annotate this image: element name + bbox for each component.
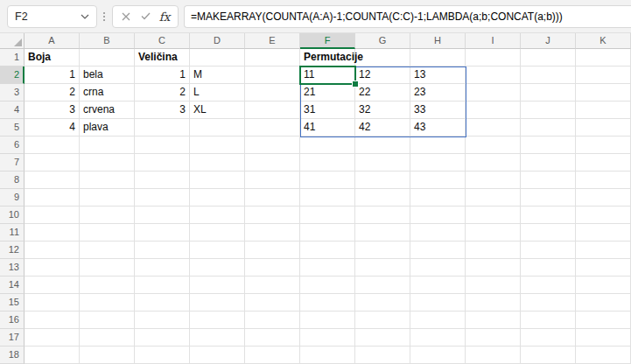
row-header-2[interactable]: 2 bbox=[0, 66, 25, 84]
cell-B13[interactable] bbox=[80, 259, 135, 276]
cell-E8[interactable] bbox=[245, 172, 300, 189]
cell-K4[interactable] bbox=[576, 102, 631, 119]
row-header-7[interactable]: 7 bbox=[0, 154, 25, 172]
cell-B17[interactable] bbox=[80, 329, 135, 346]
column-header-A[interactable]: A bbox=[25, 33, 80, 49]
cell-J7[interactable] bbox=[521, 154, 576, 172]
cell-F8[interactable] bbox=[300, 172, 355, 189]
cell-G12[interactable] bbox=[355, 242, 410, 259]
cell-G16[interactable] bbox=[355, 312, 410, 329]
column-header-H[interactable]: H bbox=[410, 33, 466, 49]
cell-B6[interactable] bbox=[80, 136, 135, 154]
cell-G10[interactable] bbox=[355, 206, 410, 224]
cell-I1[interactable] bbox=[466, 49, 521, 66]
cell-F14[interactable] bbox=[300, 276, 355, 294]
cell-J17[interactable] bbox=[521, 329, 576, 346]
cell-J11[interactable] bbox=[521, 224, 576, 242]
cell-E14[interactable] bbox=[245, 276, 300, 294]
cell-J3[interactable] bbox=[521, 84, 576, 102]
cell-H10[interactable] bbox=[410, 206, 466, 224]
cell-K2[interactable] bbox=[576, 66, 631, 84]
row-header-12[interactable]: 12 bbox=[0, 242, 25, 259]
cell-D7[interactable] bbox=[190, 154, 245, 172]
cell-A8[interactable] bbox=[25, 172, 80, 189]
cell-C16[interactable] bbox=[135, 312, 190, 329]
cell-G17[interactable] bbox=[355, 329, 410, 346]
cell-F17[interactable] bbox=[300, 329, 355, 346]
cell-G13[interactable] bbox=[355, 259, 410, 276]
cell-B5[interactable]: plava bbox=[80, 119, 135, 136]
cell-A15[interactable] bbox=[25, 294, 80, 312]
cell-G14[interactable] bbox=[355, 276, 410, 294]
cell-A5[interactable]: 4 bbox=[25, 119, 80, 136]
cell-E4[interactable] bbox=[245, 102, 300, 119]
cell-I5[interactable] bbox=[466, 119, 521, 136]
cell-A2[interactable]: 1 bbox=[25, 66, 80, 84]
row-header-9[interactable]: 9 bbox=[0, 189, 25, 206]
cell-I9[interactable] bbox=[466, 189, 521, 206]
name-box[interactable]: F2 bbox=[7, 5, 97, 28]
cell-A17[interactable] bbox=[25, 329, 80, 346]
cell-K13[interactable] bbox=[576, 259, 631, 276]
cell-I7[interactable] bbox=[466, 154, 521, 172]
cell-I14[interactable] bbox=[466, 276, 521, 294]
cell-B9[interactable] bbox=[80, 189, 135, 206]
cell-C2[interactable]: 1 bbox=[135, 66, 190, 84]
cell-G15[interactable] bbox=[355, 294, 410, 312]
cell-D18[interactable] bbox=[190, 346, 245, 364]
formula-input[interactable]: =MAKEARRAY(COUNTA(A:A)-1;COUNTA(C:C)-1;L… bbox=[184, 5, 631, 28]
cell-B11[interactable] bbox=[80, 224, 135, 242]
cell-G7[interactable] bbox=[355, 154, 410, 172]
cell-D14[interactable] bbox=[190, 276, 245, 294]
cell-C4[interactable]: 3 bbox=[135, 102, 190, 119]
cell-C12[interactable] bbox=[135, 242, 190, 259]
cancel-icon[interactable] bbox=[116, 6, 136, 27]
cell-J14[interactable] bbox=[521, 276, 576, 294]
cell-A14[interactable] bbox=[25, 276, 80, 294]
cell-E9[interactable] bbox=[245, 189, 300, 206]
cell-E16[interactable] bbox=[245, 312, 300, 329]
row-header-16[interactable]: 16 bbox=[0, 312, 25, 329]
cell-B7[interactable] bbox=[80, 154, 135, 172]
cell-E17[interactable] bbox=[245, 329, 300, 346]
cell-F12[interactable] bbox=[300, 242, 355, 259]
cell-G8[interactable] bbox=[355, 172, 410, 189]
chevron-down-icon[interactable] bbox=[81, 14, 89, 19]
cell-H9[interactable] bbox=[410, 189, 466, 206]
cell-B18[interactable] bbox=[80, 346, 135, 364]
cell-H15[interactable] bbox=[410, 294, 466, 312]
cell-F6[interactable] bbox=[300, 136, 355, 154]
row-header-13[interactable]: 13 bbox=[0, 259, 25, 276]
cell-J4[interactable] bbox=[521, 102, 576, 119]
cell-A3[interactable]: 2 bbox=[25, 84, 80, 102]
cell-E3[interactable] bbox=[245, 84, 300, 102]
column-header-K[interactable]: K bbox=[576, 33, 631, 49]
cell-D16[interactable] bbox=[190, 312, 245, 329]
cell-H14[interactable] bbox=[410, 276, 466, 294]
column-header-J[interactable]: J bbox=[521, 33, 576, 49]
cell-J2[interactable] bbox=[521, 66, 576, 84]
cell-G2[interactable]: 12 bbox=[355, 66, 410, 84]
row-header-10[interactable]: 10 bbox=[0, 206, 25, 224]
cell-D2[interactable]: M bbox=[190, 66, 245, 84]
cell-F15[interactable] bbox=[300, 294, 355, 312]
cell-E1[interactable] bbox=[245, 49, 300, 66]
cell-G3[interactable]: 22 bbox=[355, 84, 410, 102]
row-header-15[interactable]: 15 bbox=[0, 294, 25, 312]
cell-C17[interactable] bbox=[135, 329, 190, 346]
cell-C15[interactable] bbox=[135, 294, 190, 312]
cell-I4[interactable] bbox=[466, 102, 521, 119]
select-all-button[interactable] bbox=[0, 33, 25, 49]
cell-G18[interactable] bbox=[355, 346, 410, 364]
cell-B8[interactable] bbox=[80, 172, 135, 189]
cell-K3[interactable] bbox=[576, 84, 631, 102]
cell-I3[interactable] bbox=[466, 84, 521, 102]
cell-K18[interactable] bbox=[576, 346, 631, 364]
cell-D11[interactable] bbox=[190, 224, 245, 242]
cell-H7[interactable] bbox=[410, 154, 466, 172]
cell-D8[interactable] bbox=[190, 172, 245, 189]
column-header-G[interactable]: G bbox=[355, 33, 410, 49]
cell-D1[interactable] bbox=[190, 49, 245, 66]
cell-I13[interactable] bbox=[466, 259, 521, 276]
cell-F1[interactable]: Permutacije bbox=[300, 49, 355, 66]
